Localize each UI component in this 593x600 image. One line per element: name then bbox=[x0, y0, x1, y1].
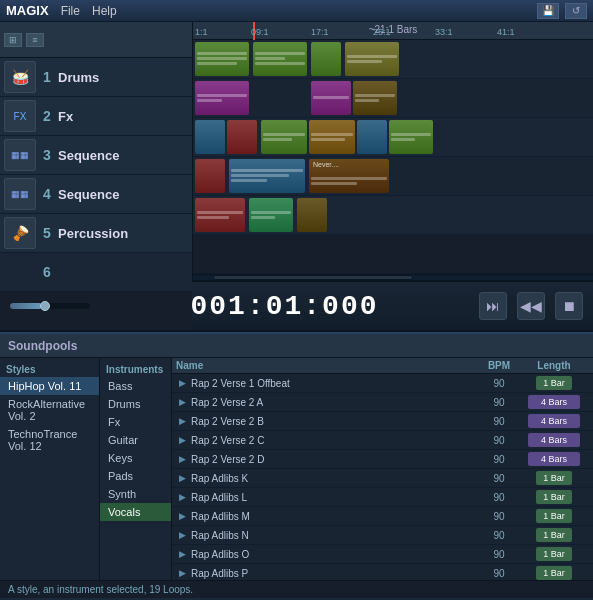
clip[interactable] bbox=[195, 120, 225, 154]
refresh-button[interactable]: ↺ bbox=[565, 3, 587, 19]
style-item[interactable]: RockAlternative Vol. 2 bbox=[0, 395, 99, 425]
instrument-item[interactable]: Vocals bbox=[100, 503, 171, 521]
stop-button[interactable]: ⏹ bbox=[555, 292, 583, 320]
loop-row[interactable]: ▶Rap Adlibs P901 Bar bbox=[172, 564, 593, 580]
track-name: Percussion bbox=[58, 226, 128, 241]
instrument-item[interactable]: Drums bbox=[100, 395, 171, 413]
clip[interactable]: Never.... bbox=[309, 159, 389, 193]
track-row[interactable]: 6 bbox=[0, 253, 192, 292]
ruler-marker: 33:1 bbox=[435, 27, 453, 37]
clip[interactable] bbox=[345, 42, 399, 76]
loop-play-icon[interactable]: ▶ bbox=[176, 529, 188, 541]
clip[interactable] bbox=[195, 198, 245, 232]
track-row[interactable]: FX 2 Fx bbox=[0, 97, 192, 136]
loops-list: ▶Rap 2 Verse 1 Offbeat901 Bar▶Rap 2 Vers… bbox=[172, 374, 593, 580]
loop-bpm: 90 bbox=[479, 473, 519, 484]
loops-col-name: Name bbox=[176, 360, 479, 371]
track-row[interactable]: 🪘 5 Percussion bbox=[0, 214, 192, 253]
loop-play-icon[interactable]: ▶ bbox=[176, 548, 188, 560]
soundpools-panel: Soundpools Styles HipHop Vol. 11 RockAlt… bbox=[0, 332, 593, 580]
instrument-item[interactable]: Guitar bbox=[100, 431, 171, 449]
track-name: Drums bbox=[58, 70, 99, 85]
horizontal-scrollbar[interactable] bbox=[193, 274, 593, 280]
clip[interactable] bbox=[309, 120, 355, 154]
track-number: 3 bbox=[40, 147, 54, 163]
clip[interactable] bbox=[195, 159, 225, 193]
loop-row[interactable]: ▶Rap Adlibs N901 Bar bbox=[172, 526, 593, 545]
track-row[interactable]: ▦▦ 4 Sequence bbox=[0, 175, 192, 214]
loop-name: Rap Adlibs M bbox=[191, 511, 479, 522]
clip[interactable] bbox=[227, 120, 257, 154]
loop-row[interactable]: ▶Rap Adlibs M901 Bar bbox=[172, 507, 593, 526]
clip[interactable] bbox=[311, 42, 341, 76]
save-button[interactable]: 💾 bbox=[537, 3, 559, 19]
instrument-item[interactable]: Fx bbox=[100, 413, 171, 431]
loop-play-icon[interactable]: ▶ bbox=[176, 396, 188, 408]
track-row[interactable]: ▦▦ 3 Sequence bbox=[0, 136, 192, 175]
loop-play-icon[interactable]: ▶ bbox=[176, 415, 188, 427]
loop-play-icon[interactable]: ▶ bbox=[176, 472, 188, 484]
clip[interactable] bbox=[353, 81, 397, 115]
rewind-button[interactable]: ◀◀ bbox=[517, 292, 545, 320]
loop-row[interactable]: ▶Rap 2 Verse 2 B904 Bars bbox=[172, 412, 593, 431]
track-number: 2 bbox=[40, 108, 54, 124]
loop-row[interactable]: ▶Rap Adlibs L901 Bar bbox=[172, 488, 593, 507]
clip[interactable] bbox=[311, 81, 351, 115]
clip[interactable] bbox=[253, 42, 307, 76]
titlebar: MAGIX File Help 💾 ↺ bbox=[0, 0, 593, 22]
loop-play-icon[interactable]: ▶ bbox=[176, 510, 188, 522]
clip[interactable] bbox=[389, 120, 433, 154]
loop-length: 4 Bars bbox=[519, 433, 589, 447]
loops-column: Name BPM Length ▶Rap 2 Verse 1 Offbeat90… bbox=[172, 358, 593, 580]
clip[interactable] bbox=[229, 159, 305, 193]
instruments-column: Instruments Bass Drums Fx Guitar Keys Pa… bbox=[100, 358, 172, 580]
instrument-item[interactable]: Pads bbox=[100, 467, 171, 485]
loop-play-icon[interactable]: ▶ bbox=[176, 567, 188, 579]
app-logo: MAGIX bbox=[6, 3, 49, 18]
clip[interactable] bbox=[249, 198, 293, 232]
clip[interactable] bbox=[357, 120, 387, 154]
clip[interactable] bbox=[195, 42, 249, 76]
instrument-item[interactable]: Keys bbox=[100, 449, 171, 467]
loop-row[interactable]: ▶Rap 2 Verse 2 D904 Bars bbox=[172, 450, 593, 469]
track-number: 4 bbox=[40, 186, 54, 202]
length-bar: 1 Bar bbox=[536, 490, 572, 504]
track-name: Sequence bbox=[58, 187, 119, 202]
time-display: 001:01:000 bbox=[100, 291, 469, 322]
main-area: ⊞ ≡ 🥁 1 Drums FX 2 Fx ▦▦ 3 Sequence ▦▦ 4… bbox=[0, 22, 593, 280]
track-number: 1 bbox=[40, 69, 54, 85]
loop-bpm: 90 bbox=[479, 416, 519, 427]
clip[interactable] bbox=[261, 120, 307, 154]
loop-play-icon[interactable]: ▶ bbox=[176, 491, 188, 503]
length-bar: 1 Bar bbox=[536, 528, 572, 542]
ruler-marker: 09:1 bbox=[251, 27, 269, 37]
loop-row[interactable]: ▶Rap Adlibs K901 Bar bbox=[172, 469, 593, 488]
loop-length: 1 Bar bbox=[519, 376, 589, 390]
loop-row[interactable]: ▶Rap 2 Verse 2 C904 Bars bbox=[172, 431, 593, 450]
length-bar: 1 Bar bbox=[536, 376, 572, 390]
clip[interactable] bbox=[297, 198, 327, 232]
skip-to-end-button[interactable]: ⏭ bbox=[479, 292, 507, 320]
instrument-item[interactable]: Synth bbox=[100, 485, 171, 503]
menu-help[interactable]: Help bbox=[92, 4, 117, 18]
volume-slider[interactable] bbox=[10, 303, 90, 309]
instrument-item[interactable]: Bass bbox=[100, 377, 171, 395]
loop-row[interactable]: ▶Rap 2 Verse 1 Offbeat901 Bar bbox=[172, 374, 593, 393]
loop-name: Rap 2 Verse 2 D bbox=[191, 454, 479, 465]
loop-play-icon[interactable]: ▶ bbox=[176, 453, 188, 465]
loop-play-icon[interactable]: ▶ bbox=[176, 377, 188, 389]
clip[interactable] bbox=[195, 81, 249, 115]
track-name: Sequence bbox=[58, 148, 119, 163]
style-item[interactable]: TechnoTrance Vol. 12 bbox=[0, 425, 99, 455]
track-list: ⊞ ≡ 🥁 1 Drums FX 2 Fx ▦▦ 3 Sequence ▦▦ 4… bbox=[0, 22, 193, 280]
grid-view-button[interactable]: ⊞ bbox=[4, 33, 22, 47]
soundpools-title: Soundpools bbox=[8, 339, 77, 353]
list-view-button[interactable]: ≡ bbox=[26, 33, 44, 47]
loop-row[interactable]: ▶Rap Adlibs O901 Bar bbox=[172, 545, 593, 564]
menu-file[interactable]: File bbox=[61, 4, 80, 18]
loop-length: 1 Bar bbox=[519, 509, 589, 523]
style-item[interactable]: HipHop Vol. 11 bbox=[0, 377, 99, 395]
track-row[interactable]: 🥁 1 Drums bbox=[0, 58, 192, 97]
loop-play-icon[interactable]: ▶ bbox=[176, 434, 188, 446]
loop-row[interactable]: ▶Rap 2 Verse 2 A904 Bars bbox=[172, 393, 593, 412]
